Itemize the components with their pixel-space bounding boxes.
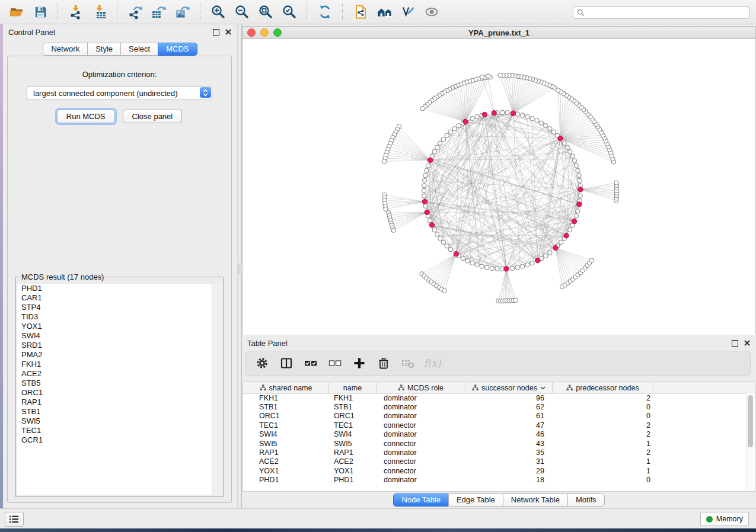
network-node[interactable] (428, 219, 432, 223)
network-graph[interactable] (243, 39, 756, 335)
tab-network-table[interactable]: Network Table (503, 493, 568, 507)
mcds-result-item[interactable]: SWI4 (17, 331, 222, 341)
network-node[interactable] (441, 137, 445, 141)
network-node[interactable] (384, 207, 388, 211)
unselect-all-icon[interactable] (328, 356, 342, 370)
network-hub-node[interactable] (564, 233, 569, 238)
open-file-icon[interactable] (7, 2, 27, 22)
network-node[interactable] (423, 174, 428, 178)
network-node[interactable] (530, 261, 534, 265)
network-node[interactable] (422, 178, 426, 182)
network-node[interactable] (576, 168, 580, 172)
network-hub-node[interactable] (578, 187, 583, 192)
table-row[interactable]: SWI4SWI4dominator462 (243, 430, 747, 439)
network-node[interactable] (448, 130, 452, 134)
network-node[interactable] (480, 264, 484, 268)
network-hub-node[interactable] (422, 199, 427, 204)
import-network-icon[interactable] (66, 2, 86, 22)
network-node[interactable] (572, 159, 576, 163)
mcds-result-item[interactable]: STB1 (17, 407, 222, 416)
network-hub-node[interactable] (482, 112, 487, 117)
network-hub-node[interactable] (454, 252, 458, 257)
network-node[interactable] (423, 204, 428, 208)
table-row[interactable]: TEC1TEC1connector472 (243, 421, 747, 430)
network-node[interactable] (475, 262, 479, 267)
close-table-panel-icon[interactable] (744, 340, 750, 346)
network-node[interactable] (422, 184, 426, 188)
column-header-name[interactable]: name (329, 382, 377, 393)
mcds-result-item[interactable]: GCR1 (17, 435, 222, 445)
mcds-list-scrollbar[interactable] (212, 284, 222, 495)
network-hub-node[interactable] (504, 267, 509, 271)
float-panel-icon[interactable] (213, 29, 219, 36)
network-node[interactable] (505, 111, 509, 115)
network-node[interactable] (513, 298, 518, 302)
network-hub-node[interactable] (429, 223, 434, 227)
select-all-icon[interactable] (304, 356, 318, 370)
column-header-shared-name[interactable]: shared name (243, 382, 329, 393)
add-column-icon[interactable] (352, 356, 366, 370)
network-node[interactable] (515, 112, 519, 116)
network-node[interactable] (441, 240, 445, 244)
delete-column-trash-icon[interactable] (377, 356, 391, 370)
network-hub-node[interactable] (463, 119, 468, 124)
network-node[interactable] (420, 107, 425, 111)
export-image-icon[interactable] (173, 2, 193, 22)
network-node[interactable] (574, 164, 578, 168)
network-node[interactable] (525, 114, 529, 118)
tab-motifs[interactable]: Motifs (567, 493, 605, 507)
mcds-result-item[interactable]: CAR1 (17, 293, 222, 303)
table-row[interactable]: ORC1ORC1dominator610 (243, 412, 747, 421)
network-node[interactable] (556, 88, 560, 92)
network-node[interactable] (442, 289, 446, 293)
table-scrollbar-thumb[interactable] (748, 395, 753, 447)
network-node[interactable] (490, 266, 494, 270)
column-header-successor-nodes[interactable]: successor nodes (465, 382, 553, 393)
search-input[interactable] (585, 8, 749, 18)
network-hub-node[interactable] (511, 111, 515, 116)
function-builder-icon[interactable]: f(x) (425, 356, 439, 370)
network-canvas[interactable] (242, 39, 756, 335)
import-table-icon[interactable] (90, 2, 110, 22)
network-node[interactable] (485, 265, 489, 270)
network-node[interactable] (495, 267, 499, 271)
show-column-panel-icon[interactable] (279, 356, 294, 370)
network-hub-node[interactable] (428, 158, 432, 162)
network-node[interactable] (521, 113, 525, 117)
network-hub-node[interactable] (577, 202, 582, 207)
mcds-result-item[interactable]: TID3 (17, 312, 222, 322)
network-node[interactable] (511, 266, 515, 270)
network-node[interactable] (498, 73, 502, 77)
apply-layout-icon[interactable] (315, 2, 335, 22)
tab-edge-table[interactable]: Edge Table (448, 493, 503, 507)
network-node[interactable] (438, 236, 442, 241)
column-header-MCDS-role[interactable]: MCDS role (377, 382, 465, 393)
network-window-titlebar[interactable]: YPA_prune.txt_1 (242, 26, 756, 39)
network-hub-node[interactable] (558, 136, 563, 141)
zoom-fit-icon[interactable] (256, 2, 276, 22)
search-field[interactable] (573, 7, 749, 19)
network-node[interactable] (544, 124, 548, 128)
panel-split-divider[interactable] (237, 24, 242, 508)
network-node[interactable] (568, 149, 572, 153)
mcds-result-item[interactable]: PHD1 (17, 284, 222, 293)
export-network-icon[interactable] (125, 2, 145, 22)
memory-button[interactable]: Memory (700, 512, 749, 526)
network-hub-node[interactable] (572, 219, 576, 223)
network-hub-node[interactable] (535, 258, 540, 262)
network-node[interactable] (589, 258, 594, 262)
criterion-select[interactable]: largest connected component (undirected) (27, 86, 212, 100)
network-node[interactable] (559, 240, 563, 244)
table-row[interactable]: ACE2ACE2connector311 (243, 457, 747, 466)
network-hub-node[interactable] (492, 111, 496, 116)
tab-mcds[interactable]: MCDS (158, 43, 197, 56)
network-node[interactable] (515, 265, 519, 270)
tab-node-table[interactable]: Node Table (393, 493, 449, 507)
tab-select[interactable]: Select (120, 43, 158, 56)
network-node[interactable] (445, 133, 449, 137)
houses-icon[interactable] (374, 2, 394, 22)
network-node[interactable] (457, 124, 461, 128)
network-node[interactable] (574, 214, 578, 218)
network-node[interactable] (500, 110, 504, 114)
network-node[interactable] (525, 262, 529, 267)
